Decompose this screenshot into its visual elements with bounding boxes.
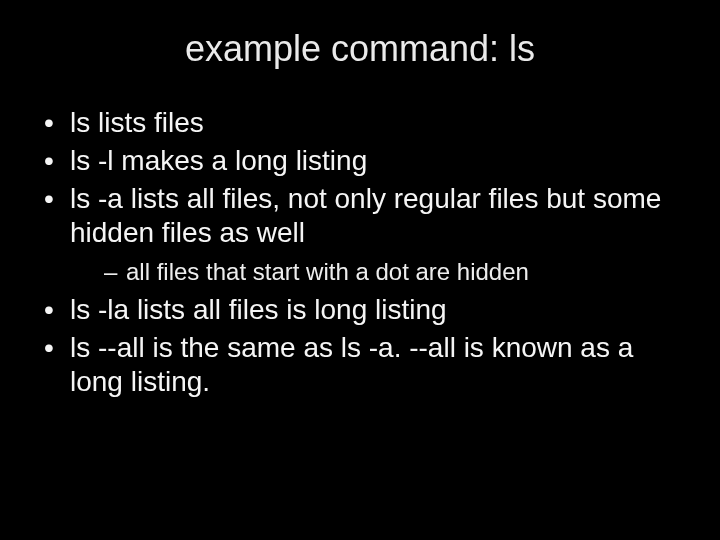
list-item: ls -l makes a long listing bbox=[36, 144, 684, 178]
bullet-list: ls lists files ls -l makes a long listin… bbox=[36, 106, 684, 399]
list-item: ls -a lists all files, not only regular … bbox=[36, 182, 684, 286]
list-item-text: ls --all is the same as ls -a. --all is … bbox=[70, 332, 633, 397]
slide-title: example command: ls bbox=[36, 28, 684, 70]
list-item-text: ls -la lists all files is long listing bbox=[70, 294, 447, 325]
sub-list: all files that start with a dot are hidd… bbox=[70, 257, 684, 287]
sub-list-item: all files that start with a dot are hidd… bbox=[70, 257, 684, 287]
list-item-text: ls lists files bbox=[70, 107, 204, 138]
slide: example command: ls ls lists files ls -l… bbox=[0, 0, 720, 540]
list-item: ls -la lists all files is long listing bbox=[36, 293, 684, 327]
list-item-text: ls -l makes a long listing bbox=[70, 145, 367, 176]
list-item: ls lists files bbox=[36, 106, 684, 140]
sub-list-item-text: all files that start with a dot are hidd… bbox=[126, 258, 529, 285]
list-item: ls --all is the same as ls -a. --all is … bbox=[36, 331, 684, 399]
list-item-text: ls -a lists all files, not only regular … bbox=[70, 183, 661, 248]
